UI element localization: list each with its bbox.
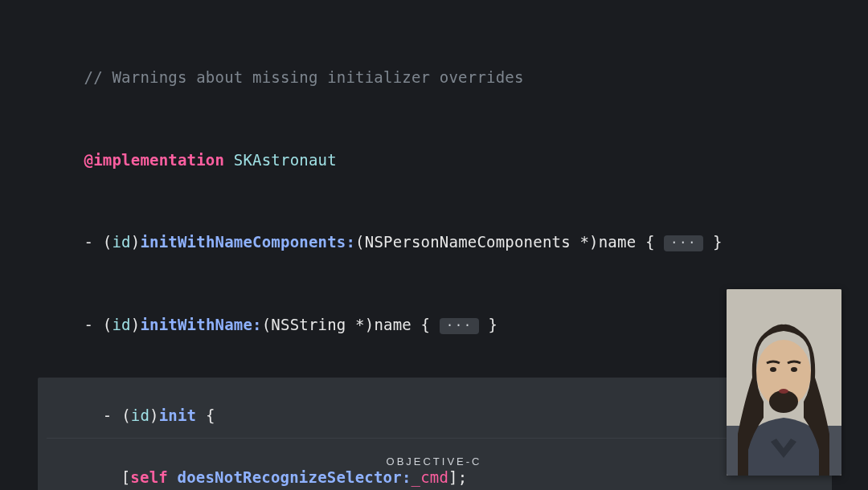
implementation-keyword: @implementation — [84, 151, 225, 169]
svg-point-6 — [779, 389, 788, 394]
comment-line: // Warnings about missing initializer ov… — [47, 47, 821, 108]
method-name-1: initWithNameComponents: — [140, 233, 355, 251]
method-name-init: init — [159, 406, 197, 424]
svg-point-3 — [769, 390, 798, 413]
method-name-2: initWithName: — [140, 316, 261, 333]
svg-point-5 — [791, 367, 797, 372]
svg-point-4 — [770, 367, 776, 372]
ellipsis-icon: ··· — [664, 235, 703, 251]
footer-divider — [47, 438, 731, 439]
ellipsis-icon: ··· — [440, 318, 479, 334]
presenter-video-thumbnail — [727, 289, 841, 476]
implementation-line: @implementation SKAstronaut — [47, 129, 821, 191]
highlighted-method-block: - (id)init { [self doesNotRecognizeSelec… — [38, 378, 832, 490]
selector-call: doesNotRecognizeSelector: — [178, 468, 411, 486]
comment-text: // Warnings about missing initializer ov… — [84, 68, 524, 86]
class-name: SKAstronaut — [234, 151, 337, 169]
init-body-1: [self doesNotRecognizeSelector:_cmd]; — [47, 447, 823, 490]
method-line-1: - (id)initWithNameComponents:(NSPersonNa… — [47, 212, 821, 274]
method-line-2: - (id)initWithName:(NSString *)name { ··… — [47, 295, 821, 357]
